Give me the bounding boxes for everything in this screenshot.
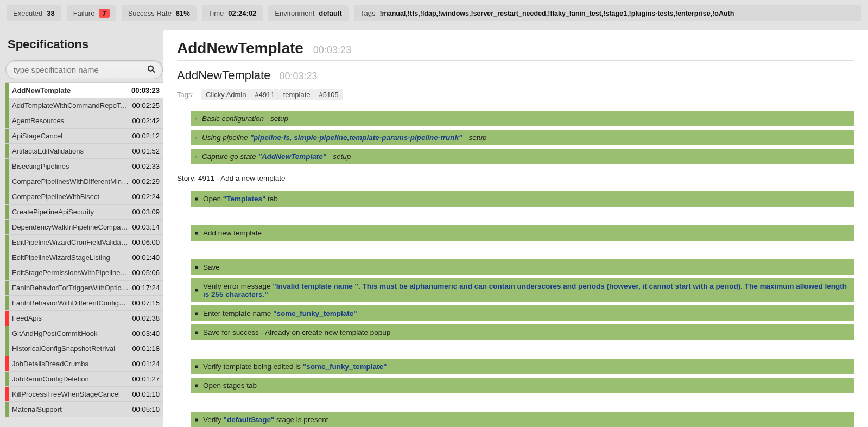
- spec-duration: 00:01:40: [132, 253, 163, 262]
- spec-item[interactable]: HistoricalConfigSnapshotRetrival00:01:18: [5, 341, 163, 356]
- summary-success-rate: Success Rate 81%: [122, 5, 197, 21]
- spec-name: FeedApis: [9, 314, 132, 322]
- story-text: Story: 4911 - Add a new template: [177, 174, 854, 182]
- spec-item[interactable]: ComparePipelineWithBisect00:02:24: [5, 189, 163, 205]
- spec-duration: 00:02:24: [132, 193, 163, 201]
- spec-duration: 00:03:40: [132, 329, 163, 337]
- step: Enter template name "some_funky_template…: [191, 305, 854, 321]
- spec-name: FanInBehaviorWithDifferentConfigur…: [9, 299, 132, 307]
- spec-name: JobRerunConfigDeletion: [9, 375, 132, 383]
- search-box: [5, 60, 163, 79]
- spec-item[interactable]: EditPipelineWizardCronFieldValidati…00:0…: [5, 235, 163, 250]
- spec-name: EditPipelineWizardCronFieldValidati…: [9, 238, 132, 246]
- spec-item[interactable]: ComparePipelinesWithDifferentMing…00:02:…: [5, 174, 163, 189]
- spec-name: FanInBehaviorForTriggerWithOptions: [9, 284, 132, 292]
- spec-duration: 00:05:10: [132, 405, 163, 413]
- spec-duration: 00:01:24: [132, 360, 163, 368]
- spec-duration: 00:01:18: [132, 345, 163, 353]
- spec-name: MaterialSupport: [9, 405, 132, 413]
- spec-duration: 00:03:09: [132, 208, 163, 216]
- scenario-title-row: AddNewTemplate 00:03:23: [177, 68, 854, 86]
- scenario-title: AddNewTemplate: [177, 68, 270, 82]
- spec-name: BisectingPipelines: [9, 162, 132, 170]
- spec-duration: 00:03:23: [131, 86, 163, 94]
- scenario-time: 00:03:23: [279, 71, 317, 82]
- step-list: Open "Templates" tabAdd new templateSave…: [177, 191, 854, 427]
- tags-row: Tags: Clicky Admin#4911template#5105: [177, 91, 854, 99]
- spec-name: DependencyWalkInPipelineCompar…: [9, 223, 132, 231]
- tag[interactable]: #5105: [315, 89, 343, 100]
- spec-title-row: AddNewTemplate 00:03:23: [177, 40, 854, 61]
- spec-item[interactable]: JobRerunConfigDeletion00:01:27: [5, 372, 163, 387]
- spec-item[interactable]: ArtifactsEditValidations00:01:52: [5, 144, 163, 159]
- step: Open "Templates" tab: [191, 191, 854, 207]
- spec-item[interactable]: CreatePipelineApiSecurity00:03:09: [5, 205, 163, 220]
- spec-item[interactable]: EditStagePermissionsWithPipelineG…00:05:…: [5, 265, 163, 281]
- spec-item[interactable]: FeedApis00:02:38: [5, 311, 163, 326]
- spec-item[interactable]: ApiStageCancel00:02:12: [5, 129, 163, 144]
- svg-point-0: [148, 66, 153, 71]
- summary-executed: Executed 38: [7, 5, 61, 21]
- spec-name: EditPipelineWizardStageListing: [9, 253, 132, 262]
- step: Add new template: [191, 225, 854, 241]
- context-step: Using pipeline "pipeline-ls, simple-pipe…: [191, 130, 854, 145]
- spec-duration: 00:06:00: [132, 238, 163, 246]
- step: Save for success - Already on create new…: [191, 324, 854, 340]
- spec-duration: 00:02:38: [132, 314, 163, 322]
- search-icon: [147, 64, 156, 75]
- context-step: Capture go state "AddNewTemplate" - setu…: [191, 149, 854, 164]
- tag[interactable]: #4911: [251, 89, 279, 100]
- spec-item[interactable]: FanInBehaviorWithDifferentConfigur…00:07…: [5, 296, 163, 311]
- spec-duration: 00:01:27: [132, 375, 163, 383]
- summary-tags: Tags !manual,!tfs,!ldap,!windows,!server…: [354, 5, 861, 21]
- search-input[interactable]: [5, 60, 163, 79]
- spec-name: ComparePipelineWithBisect: [9, 193, 132, 201]
- sidebar: Specifications AddNewTemplate00:03:23Add…: [0, 27, 163, 427]
- spec-duration: 00:02:29: [132, 177, 163, 186]
- summary-failure: Failure 7: [67, 5, 116, 21]
- spec-item[interactable]: KillProcessTreeWhenStageCancel00:01:10: [5, 387, 163, 402]
- spec-item[interactable]: AddNewTemplate00:03:23: [5, 83, 163, 98]
- spec-name: EditStagePermissionsWithPipelineG…: [9, 269, 132, 277]
- spec-item[interactable]: EditPipelineWizardStageListing00:01:40: [5, 250, 163, 265]
- spec-item[interactable]: GitAndHgPostCommitHook00:03:40: [5, 326, 163, 341]
- spec-duration: 00:07:15: [132, 299, 163, 307]
- tag[interactable]: template: [279, 89, 315, 100]
- failure-badge: 7: [99, 9, 109, 18]
- context-list: Basic configuration - setupUsing pipelin…: [177, 111, 854, 164]
- spec-name: KillProcessTreeWhenStageCancel: [9, 390, 132, 398]
- summary-time: Time 02:24:02: [202, 5, 263, 21]
- spec-duration: 00:05:06: [132, 269, 163, 277]
- spec-duration: 00:17:24: [132, 284, 163, 292]
- spec-duration: 00:02:42: [132, 117, 163, 125]
- step: Verify "defaultStage" stage is present: [191, 412, 854, 427]
- spec-time: 00:03:23: [313, 44, 351, 56]
- spec-duration: 00:02:12: [132, 132, 163, 140]
- step: Save: [191, 259, 854, 275]
- spec-item[interactable]: AgentResources00:02:42: [5, 113, 163, 129]
- tag[interactable]: Clicky Admin: [201, 89, 250, 100]
- context-step: Basic configuration - setup: [191, 111, 854, 126]
- sidebar-title: Specifications: [5, 27, 163, 60]
- summary-bar: Executed 38 Failure 7 Success Rate 81% T…: [0, 0, 868, 27]
- spec-name: AddTemplateWithCommandRepoTask: [9, 101, 132, 110]
- main-panel: AddNewTemplate 00:03:23 AddNewTemplate 0…: [163, 30, 868, 427]
- spec-item[interactable]: BisectingPipelines00:02:33: [5, 159, 163, 174]
- svg-line-1: [153, 70, 155, 72]
- summary-environment: Environment default: [268, 5, 349, 21]
- spec-item[interactable]: FanInBehaviorForTriggerWithOptions00:17:…: [5, 281, 163, 296]
- spec-name: AgentResources: [9, 117, 132, 125]
- spec-title: AddNewTemplate: [177, 40, 303, 57]
- spec-name: GitAndHgPostCommitHook: [9, 329, 132, 337]
- spec-name: ApiStageCancel: [9, 132, 132, 140]
- spec-name: HistoricalConfigSnapshotRetrival: [9, 345, 132, 353]
- spec-item[interactable]: DependencyWalkInPipelineCompar…00:03:14: [5, 220, 163, 235]
- tags-label: Tags:: [177, 91, 194, 99]
- spec-duration: 00:02:33: [132, 162, 163, 170]
- spec-name: ArtifactsEditValidations: [9, 147, 132, 155]
- spec-item[interactable]: AddTemplateWithCommandRepoTask00:02:25: [5, 98, 163, 113]
- spec-item[interactable]: MaterialSupport00:05:10: [5, 402, 163, 417]
- spec-name: JobDetailsBreadCrumbs: [9, 360, 132, 368]
- spec-duration: 00:01:10: [132, 390, 163, 398]
- spec-item[interactable]: JobDetailsBreadCrumbs00:01:24: [5, 356, 163, 372]
